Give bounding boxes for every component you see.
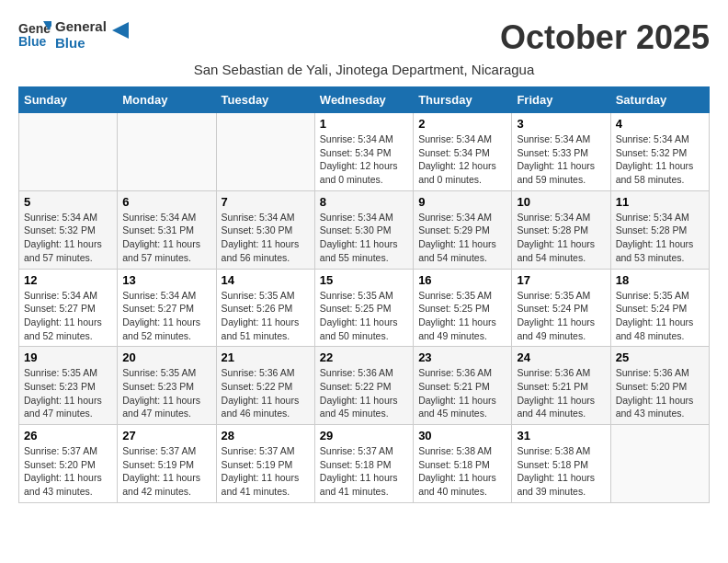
day-info: Sunrise: 5:35 AMSunset: 5:26 PMDaylight:…: [222, 289, 310, 343]
col-saturday: Saturday: [610, 87, 709, 113]
col-sunday: Sunday: [19, 87, 118, 113]
day-number: 14: [222, 273, 310, 287]
day-info: Sunrise: 5:34 AMSunset: 5:31 PMDaylight:…: [122, 211, 210, 265]
day-info: Sunrise: 5:34 AMSunset: 5:32 PMDaylight:…: [616, 132, 704, 187]
table-row: [19, 113, 118, 191]
day-info: Sunrise: 5:34 AMSunset: 5:30 PMDaylight:…: [320, 211, 408, 265]
day-info: Sunrise: 5:34 AMSunset: 5:33 PMDaylight:…: [517, 132, 605, 187]
day-info: Sunrise: 5:34 AMSunset: 5:27 PMDaylight:…: [122, 289, 210, 343]
table-row: 28Sunrise: 5:37 AMSunset: 5:19 PMDayligh…: [216, 425, 314, 503]
table-row: 15Sunrise: 5:35 AMSunset: 5:25 PMDayligh…: [314, 269, 413, 347]
day-number: 9: [418, 195, 506, 209]
calendar-week-row: 26Sunrise: 5:37 AMSunset: 5:20 PMDayligh…: [19, 425, 710, 503]
day-info: Sunrise: 5:36 AMSunset: 5:22 PMDaylight:…: [320, 366, 408, 420]
day-info: Sunrise: 5:36 AMSunset: 5:22 PMDaylight:…: [222, 366, 310, 420]
day-number: 16: [418, 273, 506, 287]
svg-text:Blue: Blue: [18, 34, 47, 49]
day-info: Sunrise: 5:35 AMSunset: 5:24 PMDaylight:…: [517, 289, 605, 343]
day-number: 27: [122, 429, 210, 442]
table-row: 16Sunrise: 5:35 AMSunset: 5:25 PMDayligh…: [414, 269, 512, 347]
col-wednesday: Wednesday: [314, 87, 413, 113]
logo: General Blue General Blue: [18, 18, 129, 52]
table-row: 13Sunrise: 5:34 AMSunset: 5:27 PMDayligh…: [118, 269, 216, 347]
page-container: General Blue General Blue October 2025 S…: [18, 18, 710, 503]
day-number: 30: [418, 429, 506, 442]
table-row: 3Sunrise: 5:34 AMSunset: 5:33 PMDaylight…: [512, 113, 610, 191]
day-info: Sunrise: 5:35 AMSunset: 5:24 PMDaylight:…: [616, 289, 704, 343]
day-number: 1: [320, 117, 408, 131]
day-info: Sunrise: 5:36 AMSunset: 5:21 PMDaylight:…: [418, 366, 506, 420]
calendar-header-row: Sunday Monday Tuesday Wednesday Thursday…: [19, 87, 710, 113]
day-info: Sunrise: 5:34 AMSunset: 5:28 PMDaylight:…: [616, 211, 704, 265]
col-tuesday: Tuesday: [216, 87, 314, 113]
day-number: 22: [320, 350, 408, 364]
table-row: 4Sunrise: 5:34 AMSunset: 5:32 PMDaylight…: [610, 113, 709, 191]
table-row: 19Sunrise: 5:35 AMSunset: 5:23 PMDayligh…: [19, 347, 118, 425]
day-number: 18: [616, 273, 704, 287]
day-number: 7: [222, 195, 310, 209]
day-number: 21: [222, 350, 310, 364]
day-info: Sunrise: 5:35 AMSunset: 5:25 PMDaylight:…: [418, 289, 506, 343]
col-monday: Monday: [118, 87, 216, 113]
day-info: Sunrise: 5:37 AMSunset: 5:20 PMDaylight:…: [24, 444, 112, 499]
day-info: Sunrise: 5:34 AMSunset: 5:32 PMDaylight:…: [24, 211, 112, 265]
table-row: 31Sunrise: 5:38 AMSunset: 5:18 PMDayligh…: [512, 425, 610, 503]
day-number: 4: [616, 117, 704, 131]
table-row: 20Sunrise: 5:35 AMSunset: 5:23 PMDayligh…: [118, 347, 216, 425]
month-title: October 2025: [500, 18, 710, 57]
day-info: Sunrise: 5:34 AMSunset: 5:27 PMDaylight:…: [24, 289, 112, 343]
day-number: 11: [616, 195, 704, 209]
day-info: Sunrise: 5:35 AMSunset: 5:25 PMDaylight:…: [320, 289, 408, 343]
table-row: 9Sunrise: 5:34 AMSunset: 5:29 PMDaylight…: [414, 190, 512, 269]
table-row: 14Sunrise: 5:35 AMSunset: 5:26 PMDayligh…: [216, 269, 314, 347]
calendar-week-row: 12Sunrise: 5:34 AMSunset: 5:27 PMDayligh…: [19, 269, 710, 347]
table-row: 29Sunrise: 5:37 AMSunset: 5:18 PMDayligh…: [314, 425, 413, 503]
header: General Blue General Blue October 2025: [18, 18, 710, 57]
table-row: 27Sunrise: 5:37 AMSunset: 5:19 PMDayligh…: [118, 425, 216, 503]
table-row: 6Sunrise: 5:34 AMSunset: 5:31 PMDaylight…: [118, 190, 216, 269]
logo-general-text: General: [55, 18, 107, 35]
day-number: 8: [320, 195, 408, 209]
subtitle: San Sebastian de Yali, Jinotega Departme…: [18, 62, 710, 77]
day-number: 25: [616, 350, 704, 364]
logo-blue-text: Blue: [55, 35, 107, 52]
day-number: 26: [24, 429, 112, 442]
table-row: [610, 425, 709, 503]
day-number: 20: [122, 350, 210, 364]
table-row: 11Sunrise: 5:34 AMSunset: 5:28 PMDayligh…: [610, 190, 709, 269]
table-row: [118, 113, 216, 191]
table-row: 30Sunrise: 5:38 AMSunset: 5:18 PMDayligh…: [414, 425, 512, 503]
day-info: Sunrise: 5:34 AMSunset: 5:29 PMDaylight:…: [418, 211, 506, 265]
table-row: 25Sunrise: 5:36 AMSunset: 5:20 PMDayligh…: [610, 347, 709, 425]
day-info: Sunrise: 5:37 AMSunset: 5:18 PMDaylight:…: [320, 444, 408, 499]
day-number: 19: [24, 350, 112, 364]
day-number: 31: [517, 429, 605, 442]
table-row: 26Sunrise: 5:37 AMSunset: 5:20 PMDayligh…: [19, 425, 118, 503]
table-row: 5Sunrise: 5:34 AMSunset: 5:32 PMDaylight…: [19, 190, 118, 269]
day-info: Sunrise: 5:35 AMSunset: 5:23 PMDaylight:…: [24, 366, 112, 420]
svg-marker-3: [112, 22, 129, 39]
day-info: Sunrise: 5:34 AMSunset: 5:34 PMDaylight:…: [418, 132, 506, 187]
col-friday: Friday: [512, 87, 610, 113]
day-info: Sunrise: 5:37 AMSunset: 5:19 PMDaylight:…: [122, 444, 210, 499]
table-row: 17Sunrise: 5:35 AMSunset: 5:24 PMDayligh…: [512, 269, 610, 347]
table-row: 10Sunrise: 5:34 AMSunset: 5:28 PMDayligh…: [512, 190, 610, 269]
table-row: 22Sunrise: 5:36 AMSunset: 5:22 PMDayligh…: [314, 347, 413, 425]
day-number: 24: [517, 350, 605, 364]
day-info: Sunrise: 5:36 AMSunset: 5:21 PMDaylight:…: [517, 366, 605, 420]
day-number: 17: [517, 273, 605, 287]
day-info: Sunrise: 5:36 AMSunset: 5:20 PMDaylight:…: [616, 366, 704, 420]
day-number: 23: [418, 350, 506, 364]
day-info: Sunrise: 5:34 AMSunset: 5:28 PMDaylight:…: [517, 211, 605, 265]
table-row: 2Sunrise: 5:34 AMSunset: 5:34 PMDaylight…: [414, 113, 512, 191]
day-info: Sunrise: 5:35 AMSunset: 5:23 PMDaylight:…: [122, 366, 210, 420]
day-number: 3: [517, 117, 605, 131]
table-row: 1Sunrise: 5:34 AMSunset: 5:34 PMDaylight…: [314, 113, 413, 191]
day-info: Sunrise: 5:34 AMSunset: 5:30 PMDaylight:…: [222, 211, 310, 265]
day-number: 15: [320, 273, 408, 287]
table-row: 12Sunrise: 5:34 AMSunset: 5:27 PMDayligh…: [19, 269, 118, 347]
day-number: 5: [24, 195, 112, 209]
calendar-week-row: 5Sunrise: 5:34 AMSunset: 5:32 PMDaylight…: [19, 190, 710, 269]
day-info: Sunrise: 5:38 AMSunset: 5:18 PMDaylight:…: [418, 444, 506, 499]
day-info: Sunrise: 5:34 AMSunset: 5:34 PMDaylight:…: [320, 132, 408, 187]
